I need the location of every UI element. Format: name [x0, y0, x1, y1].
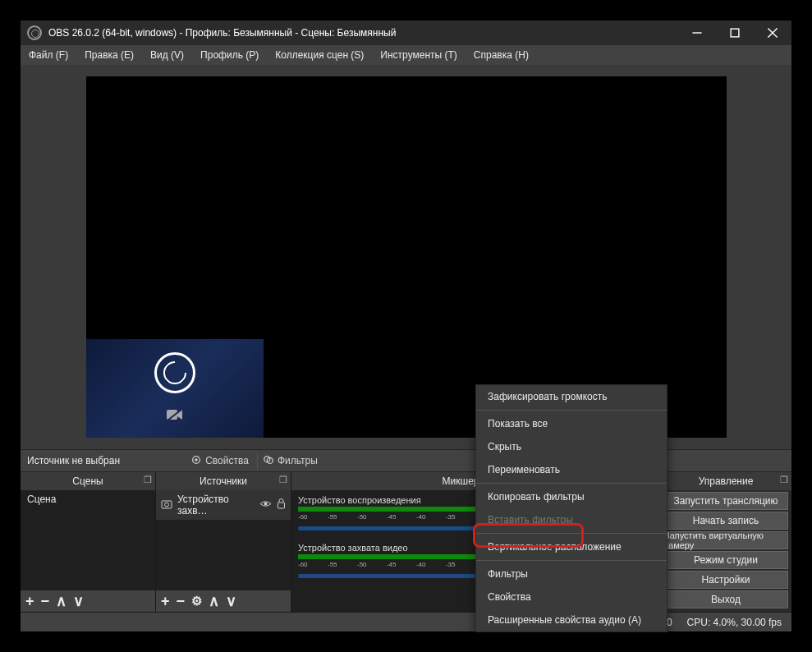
remove-source-button[interactable]: − [177, 593, 186, 610]
audio-context-menu: Зафиксировать громкость Показать все Скр… [475, 384, 667, 632]
filters-button[interactable]: Фильтры [257, 452, 323, 470]
ctx-separator [476, 533, 667, 534]
preview-canvas[interactable] [86, 76, 727, 438]
eye-icon[interactable] [259, 499, 272, 511]
filters-label: Фильтры [278, 455, 318, 466]
menu-profile[interactable]: Профиль (P) [197, 48, 262, 62]
mixer-channel-name: Устройство захвата видео [298, 543, 408, 553]
statusbar: ((●)) LIVE: 00:00:00 REC: 00:00:00 CPU: … [21, 612, 791, 631]
exit-button[interactable]: Выход [663, 590, 788, 608]
menu-help[interactable]: Справка (H) [470, 48, 532, 62]
source-item-label: Устройство захв… [177, 494, 255, 517]
lock-icon[interactable] [277, 498, 286, 512]
no-source-label: Источник не выбран [27, 455, 120, 466]
ctx-hide[interactable]: Скрыть [476, 435, 667, 458]
scene-up-button[interactable]: ∧ [56, 592, 67, 610]
obs-app-icon [27, 25, 42, 40]
menu-scene-collection[interactable]: Коллекция сцен (S) [272, 48, 367, 62]
popout-icon[interactable]: ❐ [279, 475, 287, 485]
source-down-button[interactable]: ∨ [226, 592, 236, 610]
menu-view[interactable]: Вид (V) [147, 48, 187, 62]
add-scene-button[interactable]: + [25, 593, 34, 610]
properties-label: Свойства [205, 455, 249, 466]
popout-icon[interactable]: ❐ [144, 475, 152, 485]
svg-rect-10 [162, 501, 172, 508]
svg-rect-13 [278, 503, 285, 508]
obs-logo-icon [154, 352, 195, 393]
menu-edit[interactable]: Правка (E) [81, 48, 137, 62]
ctx-copy-filters[interactable]: Копировать фильтры [476, 485, 667, 508]
scenes-panel: Сцены❐ Сцена + − ∧ ∨ [21, 472, 156, 612]
source-preview-thumbnail[interactable] [86, 339, 264, 438]
remove-scene-button[interactable]: − [41, 593, 50, 610]
ctx-separator [476, 560, 667, 561]
filters-icon [263, 454, 274, 468]
menubar: Файл (F) Правка (E) Вид (V) Профиль (P) … [21, 45, 791, 65]
preview-area[interactable] [21, 65, 791, 449]
start-streaming-button[interactable]: Запустить трансляцию [663, 492, 788, 510]
add-source-button[interactable]: + [161, 593, 170, 610]
window-title: OBS 26.0.2 (64-bit, windows) - Профиль: … [48, 27, 678, 39]
cpu-status: CPU: 4.0%, 30.00 fps [687, 617, 782, 628]
close-button[interactable] [754, 21, 791, 45]
source-item[interactable]: Устройство захв… [156, 490, 291, 520]
ctx-advanced-audio[interactable]: Расширенные свойства аудио (A) [476, 608, 667, 631]
ctx-paste-filters: Вставить фильтры [476, 508, 667, 531]
source-toolbar: Источник не выбран Свойства Фильтры [21, 449, 791, 472]
scene-item[interactable]: Сцена [21, 490, 155, 508]
svg-point-11 [165, 503, 169, 507]
popout-icon[interactable]: ❐ [780, 475, 788, 485]
maximize-button[interactable] [716, 21, 754, 45]
ctx-filters[interactable]: Фильтры [476, 562, 667, 585]
scene-down-button[interactable]: ∨ [73, 592, 84, 610]
ctx-separator [476, 410, 667, 411]
scenes-title: Сцены [72, 475, 103, 487]
ctx-show-all[interactable]: Показать все [476, 412, 667, 435]
ctx-vertical-layout[interactable]: Вертикальное расположение [476, 535, 667, 558]
properties-button[interactable]: Свойства [186, 452, 254, 470]
svg-rect-1 [731, 29, 739, 37]
camera-off-icon [166, 408, 184, 425]
source-up-button[interactable]: ∧ [209, 592, 219, 610]
sources-panel: Источники❐ Устройство захв… + [156, 472, 291, 612]
gear-icon [190, 454, 202, 468]
titlebar: OBS 26.0.2 (64-bit, windows) - Профиль: … [21, 21, 791, 45]
camera-icon [161, 499, 172, 512]
ctx-rename[interactable]: Переименовать [476, 458, 667, 481]
controls-title: Управление [699, 475, 754, 487]
studio-mode-button[interactable]: Режим студии [663, 551, 788, 569]
menu-tools[interactable]: Инструменты (T) [377, 48, 460, 62]
ctx-lock-volume[interactable]: Зафиксировать громкость [476, 385, 667, 408]
controls-panel: Управление❐ Запустить трансляцию Начать … [660, 472, 791, 612]
sources-title: Источники [200, 475, 247, 487]
start-recording-button[interactable]: Начать запись [663, 512, 788, 530]
svg-point-12 [264, 503, 268, 506]
menu-file[interactable]: Файл (F) [25, 48, 71, 62]
minimize-button[interactable] [678, 21, 716, 45]
ctx-separator [476, 483, 667, 484]
start-virtualcam-button[interactable]: Запустить виртуальную камеру [663, 531, 788, 549]
ctx-properties[interactable]: Свойства [476, 585, 667, 608]
mixer-channel-name: Устройство воспроизведения [298, 495, 421, 505]
svg-point-7 [195, 458, 198, 461]
source-settings-button[interactable]: ⚙ [191, 594, 202, 608]
settings-button[interactable]: Настройки [663, 571, 788, 589]
